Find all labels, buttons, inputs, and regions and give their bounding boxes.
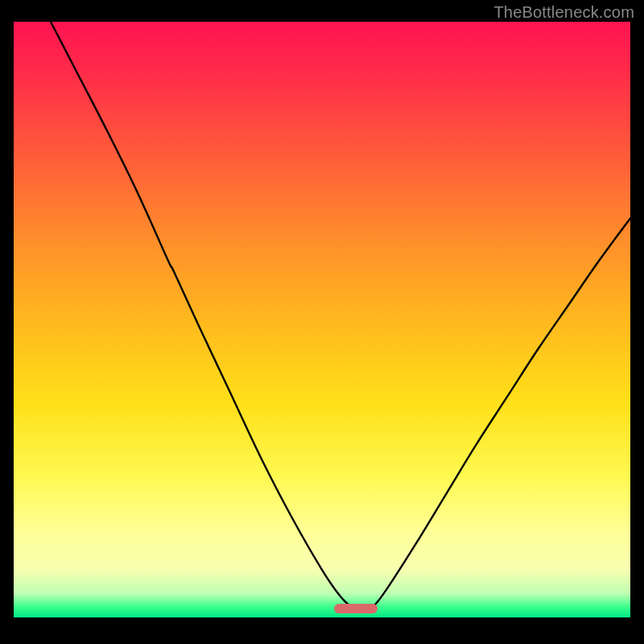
watermark-text: TheBottleneck.com: [493, 3, 634, 22]
curve-right-branch: [371, 218, 630, 609]
optimal-marker-pill: [334, 604, 378, 613]
plot-area: [14, 22, 630, 617]
bottleneck-curve: [14, 22, 630, 617]
chart-frame: TheBottleneck.com: [0, 0, 644, 644]
curve-left-branch: [51, 22, 353, 609]
